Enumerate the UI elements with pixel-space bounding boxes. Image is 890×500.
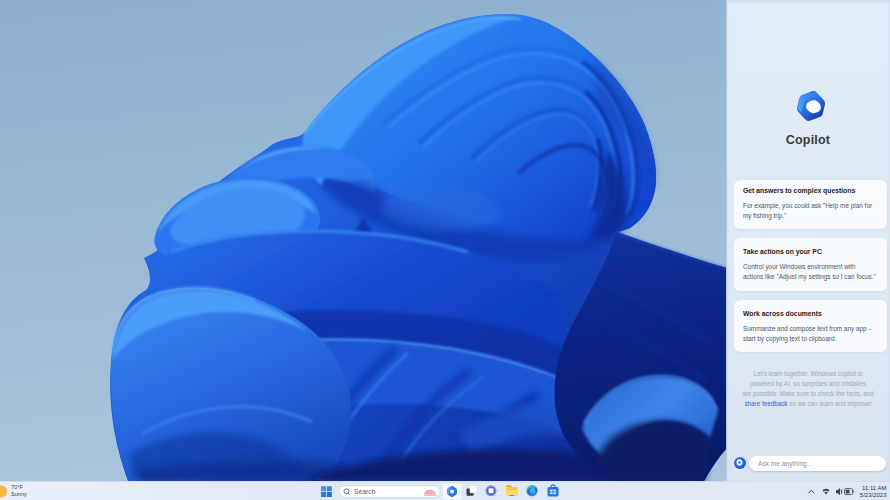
svg-text:Search: Search xyxy=(354,488,376,495)
